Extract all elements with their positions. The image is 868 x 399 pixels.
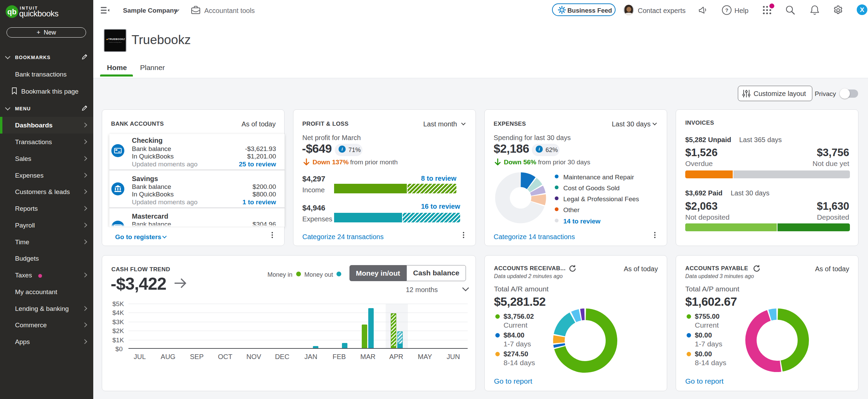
svg-text:?: ?: [725, 7, 728, 13]
svg-text:qb: qb: [8, 8, 17, 16]
